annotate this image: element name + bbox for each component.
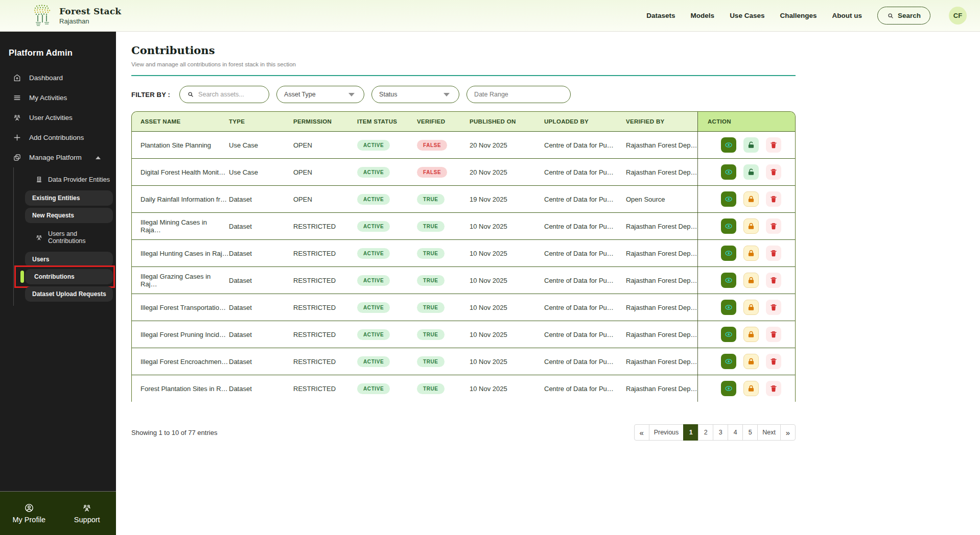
asset-name-cell: Illegal Mining Cases in Raja… (132, 213, 229, 239)
sidebar-pill-wrap-new-requests: New Requests (25, 208, 113, 223)
view-button[interactable] (721, 354, 736, 369)
date-range-placeholder: Date Range (474, 91, 508, 98)
table-row: Plantation Site PlanningUse CaseOPENACTI… (132, 131, 795, 158)
published-on-cell: 20 Nov 2025 (470, 159, 544, 185)
sidebar-footer: My ProfileSupport (0, 491, 116, 535)
top-nav-use-cases[interactable]: Use Cases (730, 12, 764, 19)
sidebar-item-users-and-contributions[interactable]: Users and Contributions (14, 225, 116, 250)
column-header-verified: VERIFIED (417, 112, 470, 131)
top-nav-datasets[interactable]: Datasets (646, 12, 675, 19)
delete-button[interactable] (766, 354, 781, 369)
delete-button[interactable] (766, 191, 781, 207)
delete-button[interactable] (766, 246, 781, 261)
delete-button[interactable] (766, 327, 781, 342)
date-range-field[interactable]: Date Range (466, 86, 571, 103)
delete-button[interactable] (766, 218, 781, 234)
sidebar-item-users[interactable]: Users (25, 252, 113, 267)
uploaded-by-cell: Centre of Data for Pu… (544, 159, 626, 185)
top-nav-about-us[interactable]: About us (832, 12, 862, 19)
status-badge: ACTIVE (357, 383, 390, 394)
verified-by-cell: Rajasthan Forest Dep… (626, 294, 697, 321)
sidebar-footer-support[interactable]: Support (58, 492, 116, 535)
unlock-button[interactable] (743, 164, 759, 180)
sidebar-item-label: Data Provider Entities (48, 176, 110, 183)
unlock-button[interactable] (743, 137, 759, 153)
asset-search-field[interactable] (179, 86, 269, 103)
status-badge: ACTIVE (357, 356, 390, 367)
verified-cell: FALSE (417, 132, 470, 158)
sidebar-item-contributions[interactable]: Contributions (25, 269, 113, 284)
sidebar-item-dashboard[interactable]: Dashboard (0, 68, 116, 88)
delete-button[interactable] (766, 273, 781, 288)
asset-name-cell: Illegal Forest Encroachmen… (132, 348, 229, 375)
view-button[interactable] (721, 137, 736, 153)
published-on-cell: 19 Nov 2025 (470, 186, 544, 212)
lock-button[interactable] (743, 381, 759, 396)
lock-button[interactable] (743, 300, 759, 315)
page-button-1[interactable]: 1 (683, 424, 698, 441)
lock-button[interactable] (743, 354, 759, 369)
view-button[interactable] (721, 300, 736, 315)
filter-bar: FILTER BY : Asset Type Status Date Range (131, 86, 796, 103)
previous-page-button[interactable]: Previous (649, 424, 684, 441)
asset-type-dropdown-label: Asset Type (284, 91, 316, 98)
view-button[interactable] (721, 381, 736, 396)
top-nav-challenges[interactable]: Challenges (780, 12, 816, 19)
column-header-type: TYPE (229, 112, 293, 131)
view-button[interactable] (721, 164, 736, 180)
page-button-4[interactable]: 4 (728, 424, 743, 441)
action-cell (697, 294, 795, 321)
view-button[interactable] (721, 218, 736, 234)
sidebar-item-existing-entities[interactable]: Existing Entities (25, 190, 113, 206)
sidebar-item-add-contributions[interactable]: Add Contributions (0, 128, 116, 148)
view-button[interactable] (721, 191, 736, 207)
action-cell (697, 321, 795, 348)
sidebar-item-new-requests[interactable]: New Requests (25, 208, 113, 223)
published-on-cell: 10 Nov 2025 (470, 375, 544, 402)
column-header-asset-name: ASSET NAME (132, 112, 229, 131)
lock-button[interactable] (743, 327, 759, 342)
permission-cell: OPEN (293, 132, 357, 158)
view-button[interactable] (721, 246, 736, 261)
page-button-2[interactable]: 2 (698, 424, 713, 441)
sidebar-item-my-activities[interactable]: My Activities (0, 88, 116, 108)
delete-button[interactable] (766, 137, 781, 153)
first-page-button[interactable]: « (634, 424, 649, 441)
active-indicator (20, 271, 24, 283)
action-cell (697, 267, 795, 294)
sidebar-item-data-provider-entities[interactable]: Data Provider Entities (14, 171, 116, 188)
delete-button[interactable] (766, 164, 781, 180)
delete-button[interactable] (766, 300, 781, 315)
lock-button[interactable] (743, 246, 759, 261)
lock-button[interactable] (743, 191, 759, 207)
lock-button[interactable] (743, 218, 759, 234)
sidebar-item-dataset-upload-requests[interactable]: Dataset Upload Requests (25, 286, 113, 302)
sidebar-pill-wrap-dataset-upload-requests: Dataset Upload Requests (25, 286, 113, 302)
last-page-button[interactable]: » (780, 424, 796, 441)
pagination: «Previous12345Next» (634, 424, 796, 441)
sidebar-item-manage-platform[interactable]: Manage Platform (0, 148, 116, 167)
sidebar-item-user-activities[interactable]: User Activities (0, 108, 116, 128)
column-header-published-on: PUBLISHED ON (470, 112, 544, 131)
top-nav-models[interactable]: Models (691, 12, 715, 19)
page-button-3[interactable]: 3 (713, 424, 728, 441)
sidebar-footer-my-profile[interactable]: My Profile (0, 492, 58, 535)
search-button[interactable]: Search (877, 7, 930, 25)
verified-by-cell: Rajasthan Forest Dep… (626, 348, 697, 375)
uploaded-by-cell: Centre of Data for Pu… (544, 186, 626, 212)
search-assets-input[interactable] (198, 91, 260, 98)
page-button-5[interactable]: 5 (742, 424, 758, 441)
verified-by-cell: Open Source (626, 186, 697, 212)
verified-cell: FALSE (417, 159, 470, 185)
lock-button[interactable] (743, 273, 759, 288)
delete-button[interactable] (766, 381, 781, 396)
user-avatar[interactable]: CF (949, 7, 967, 25)
status-dropdown[interactable]: Status (371, 86, 459, 103)
column-header-permission: PERMISSION (293, 112, 357, 131)
view-button[interactable] (721, 273, 736, 288)
asset-type-dropdown[interactable]: Asset Type (276, 86, 364, 103)
permission-cell: RESTRICTED (293, 348, 357, 375)
view-button[interactable] (721, 327, 736, 342)
asset-name-cell: Daily Rainfall Information fr… (132, 186, 229, 212)
next-page-button[interactable]: Next (757, 424, 781, 441)
